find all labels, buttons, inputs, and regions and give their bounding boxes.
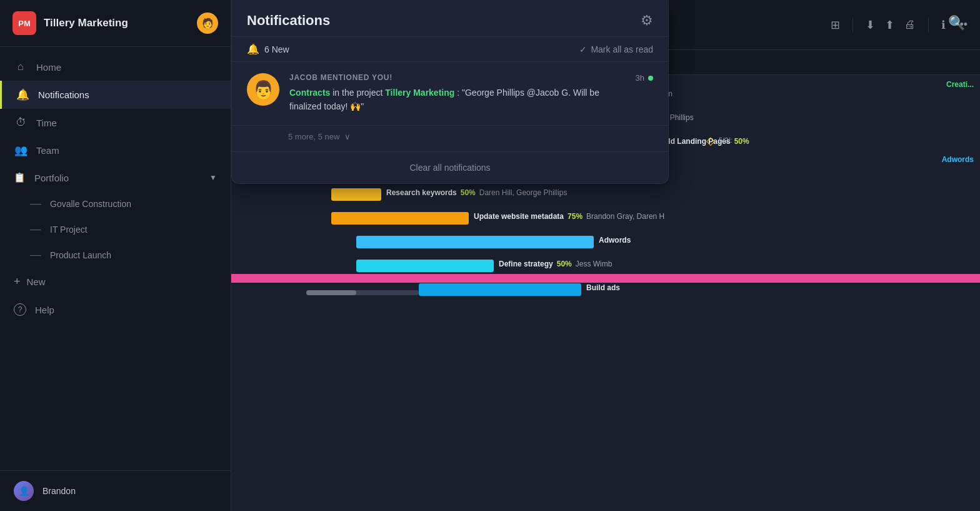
milestone-date: 5/2/: xyxy=(719,136,732,144)
search-icon[interactable]: 🔍 xyxy=(948,15,965,31)
it-project-label: IT Project xyxy=(50,225,88,235)
sidebar-item-help-label: Help xyxy=(35,305,54,315)
notif-item: 👨 JACOB MENTIONED YOU! Contracts in the … xyxy=(232,62,668,126)
sidebar-item-notifications[interactable]: 🔔 Notifications xyxy=(0,81,231,109)
time-icon: ⏱ xyxy=(14,116,28,129)
sidebar-item-product-launch[interactable]: — Product Launch xyxy=(0,242,231,268)
user-name: Brandon xyxy=(42,486,76,496)
portfolio-label: Portfolio xyxy=(34,173,69,183)
info-icon[interactable]: ℹ xyxy=(941,18,946,32)
sidebar-item-home[interactable]: ⌂ Home xyxy=(0,53,231,81)
notif-sender: JACOB MENTIONED YOU! xyxy=(289,73,626,82)
check-icon: ✓ xyxy=(579,44,587,54)
sidebar-item-time-label: Time xyxy=(36,118,57,128)
settings-gear-icon[interactable]: ⚙ xyxy=(641,13,653,29)
help-icon: ? xyxy=(14,303,26,316)
bar-row-metadata: Update website metadata 75% Brandon Gray… xyxy=(231,206,980,230)
app-logo[interactable]: PM xyxy=(12,11,36,35)
notif-time-value: 3h xyxy=(636,73,644,83)
add-new-button[interactable]: + New xyxy=(0,268,231,296)
sidebar-item-team-label: Team xyxy=(36,145,59,156)
govalle-label: Govalle Construction xyxy=(50,199,131,209)
sidebar-footer: 👤 Brandon xyxy=(0,470,231,511)
bar-row-adwords: Adwords xyxy=(231,230,980,254)
sidebar-item-home-label: Home xyxy=(36,62,61,73)
portfolio-expand-icon: ▼ xyxy=(209,173,217,182)
unread-dot xyxy=(648,76,653,81)
sidebar-nav: ⌂ Home 🔔 Notifications ⏱ Time 👥 Team 📋 P… xyxy=(0,47,231,470)
download-icon[interactable]: ⬇ xyxy=(866,18,875,32)
header-avatar[interactable]: 🧑 xyxy=(197,13,218,34)
bar-label-research: Research keywords 50% Daren Hill, George… xyxy=(386,188,568,197)
milestone-diamond: ◇ xyxy=(706,134,715,148)
notif-title: Notifications xyxy=(247,13,330,29)
clear-notifications-button[interactable]: Clear all notifications xyxy=(409,163,490,173)
toolbar-divider xyxy=(852,18,853,33)
team-icon: 👥 xyxy=(14,144,28,157)
print-icon[interactable]: 🖨 xyxy=(904,18,916,31)
scrollbar-thumb[interactable] xyxy=(306,290,356,295)
notif-time: 3h xyxy=(636,73,653,83)
bar-row-research: Research keywords 50% Daren Hill, George… xyxy=(231,183,980,206)
bar-define-strategy xyxy=(356,260,494,272)
workspace-title: Tillery Marketing xyxy=(44,17,189,29)
sub-dash-icon: — xyxy=(30,248,42,261)
bar-label-build-landing: Build Landing Pages 50% xyxy=(656,137,749,146)
notif-time-area: 3h xyxy=(636,73,653,114)
notif-body: JACOB MENTIONED YOU! Contracts in the pr… xyxy=(289,73,626,114)
bar-build-ads xyxy=(419,283,581,296)
sidebar-item-time[interactable]: ⏱ Time xyxy=(0,109,231,136)
bottom-timeline-bar xyxy=(231,274,980,283)
new-count-label: 6 New xyxy=(264,44,289,54)
sidebar-item-portfolio[interactable]: 📋 Portfolio ▼ xyxy=(0,164,231,191)
notif-message-part1: in the project xyxy=(332,88,385,98)
mark-all-read-label: Mark all as read xyxy=(591,44,653,54)
bar-adwords xyxy=(356,236,594,248)
home-icon: ⌂ xyxy=(14,61,28,73)
product-launch-label: Product Launch xyxy=(50,250,111,260)
bar-label-adwords: Adwords xyxy=(599,236,631,245)
user-avatar: 👤 xyxy=(14,481,34,501)
gantt-toolbar-icons: ⊞ ⬇ ⬆ 🖨 ℹ ••• xyxy=(831,18,968,33)
grid-view-icon[interactable]: ⊞ xyxy=(831,18,840,32)
portfolio-icon: 📋 xyxy=(14,172,26,183)
notif-count: 🔔 6 New xyxy=(247,43,289,55)
more-label: 5 more, 5 new xyxy=(288,132,339,141)
sidebar-item-it-project[interactable]: — IT Project xyxy=(0,216,231,242)
bar-label-metadata: Update website metadata 75% Brandon Gray… xyxy=(474,212,664,221)
bar-label-build-ads: Build ads xyxy=(586,283,620,292)
notif-footer: Clear all notifications xyxy=(232,151,668,183)
main-content: 🔍 ⊞ ⬇ ⬆ 🖨 ℹ ••• APR, 24 '22 MAY, 1 '22 F… xyxy=(231,0,980,511)
notif-header: Notifications ⚙ xyxy=(232,0,668,37)
sidebar-item-help[interactable]: ? Help xyxy=(0,296,231,323)
bell-icon: 🔔 xyxy=(16,88,29,101)
notif-more-button[interactable]: 5 more, 5 new ∨ xyxy=(232,126,668,151)
portfolio-row-left: 📋 Portfolio xyxy=(14,172,69,183)
notif-avatar: 👨 xyxy=(247,73,279,106)
chevron-down-icon: ∨ xyxy=(344,132,351,141)
sidebar-header: PM Tillery Marketing 🧑 xyxy=(0,0,231,47)
sidebar-item-team[interactable]: 👥 Team xyxy=(0,136,231,164)
bar-metadata xyxy=(331,212,469,225)
notif-project-link[interactable]: Tillery Marketing xyxy=(385,88,454,98)
scrollbar-track[interactable] xyxy=(306,290,419,295)
share-icon[interactable]: ⬆ xyxy=(885,18,894,32)
sub-dash-icon: — xyxy=(30,223,42,236)
notif-subheader: 🔔 6 New ✓ Mark all as read xyxy=(232,37,668,62)
notification-panel: Notifications ⚙ 🔔 6 New ✓ Mark all as re… xyxy=(231,0,669,184)
mark-all-read-button[interactable]: ✓ Mark all as read xyxy=(579,44,653,54)
sidebar-item-govalle[interactable]: — Govalle Construction xyxy=(0,191,231,216)
notif-link-contracts[interactable]: Contracts xyxy=(289,88,330,98)
new-label: New xyxy=(27,276,46,287)
sidebar: PM Tillery Marketing 🧑 ⌂ Home 🔔 Notifica… xyxy=(0,0,231,511)
bar-research xyxy=(331,188,381,201)
bar-label-define-strategy: Define strategy 50% Jess Wimb xyxy=(499,260,612,268)
sub-dash-icon: — xyxy=(30,197,42,210)
notification-bell-icon: 🔔 xyxy=(247,43,259,55)
toolbar-divider2 xyxy=(928,18,929,33)
notif-message: Contracts in the project Tillery Marketi… xyxy=(289,86,626,114)
plus-icon: + xyxy=(14,275,21,288)
sidebar-item-notifications-label: Notifications xyxy=(38,89,89,100)
